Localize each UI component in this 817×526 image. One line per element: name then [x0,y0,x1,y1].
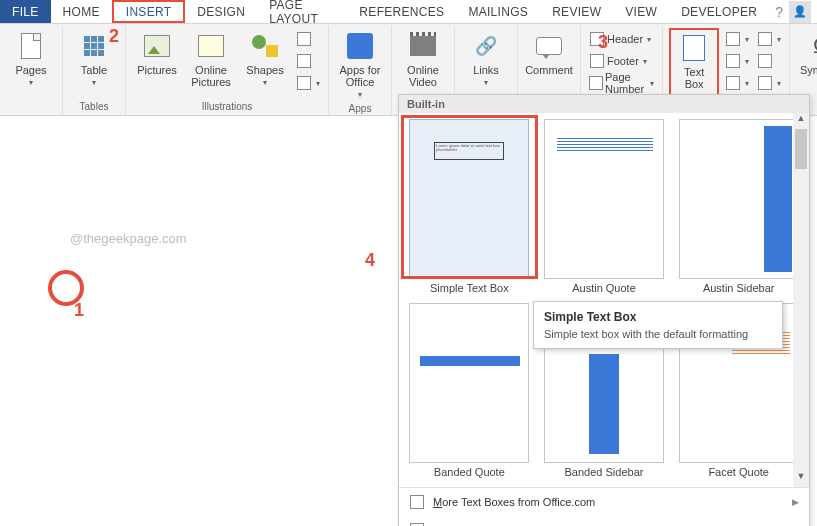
pages-button[interactable]: Pages ▾ [6,28,56,89]
footer-label: Footer [607,55,639,67]
caret-icon: ▾ [745,79,749,88]
callout-2: 2 [109,26,119,47]
chart-button[interactable] [294,50,322,72]
shapes-label: Shapes [246,64,283,76]
gallery-caption: Banded Quote [434,463,505,481]
help-icon[interactable]: ? [775,4,783,20]
caret-icon: ▾ [647,35,651,44]
tab-home[interactable]: HOME [51,0,112,23]
group-pages-label [6,110,56,114]
smartart-icon [296,31,312,47]
caret-icon: ▾ [643,57,647,66]
tab-page-layout[interactable]: PAGE LAYOUT [257,0,347,23]
comment-label: Comment [525,64,573,76]
gallery-caption: Austin Sidebar [703,279,775,297]
date-time-button[interactable] [755,50,783,72]
comment-icon [533,30,565,62]
thumb-simple-text-box: Lorem ipsum dolor sit amet text box plac… [409,119,529,279]
apps-button[interactable]: Apps for Office ▾ [335,28,385,101]
pictures-label: Pictures [137,64,177,76]
date-time-icon [757,53,773,69]
gallery-caption: Austin Quote [572,279,636,297]
symbol-icon: Ω [805,30,817,62]
caret-icon: ▾ [777,35,781,44]
caret-icon: ▾ [745,35,749,44]
caret-icon: ▾ [92,78,96,87]
screenshot-button[interactable]: ▾ [294,72,322,94]
thumb-austin-sidebar [679,119,799,279]
tooltip-title: Simple Text Box [544,310,772,324]
text-box-icon [678,32,710,64]
symbols-label: Symbols [800,64,817,76]
caret-icon: ▾ [484,78,488,87]
online-video-label: Online Video [400,64,446,88]
chart-icon [296,53,312,69]
office-icon [409,494,425,510]
thumb-austin-quote [544,119,664,279]
signature-line-button[interactable]: ▾ [755,28,783,50]
ribbon-tabs: FILE HOME INSERT DESIGN PAGE LAYOUT REFE… [0,0,817,24]
links-button[interactable]: 🔗 Links ▾ [461,28,511,89]
scroll-down-icon[interactable]: ▼ [793,471,809,487]
object-button[interactable]: ▾ [755,72,783,94]
gallery-item-simple-text-box[interactable]: Lorem ipsum dolor sit amet text box plac… [405,119,534,297]
smartart-button[interactable] [294,28,322,50]
tab-design[interactable]: DESIGN [185,0,257,23]
tab-insert[interactable]: INSERT [112,0,186,23]
more-text-boxes-button[interactable]: More Text Boxes from Office.com ▶ [399,488,809,516]
tab-references[interactable]: REFERENCES [347,0,456,23]
callout-1: 1 [74,300,84,321]
page-number-label: Page Number [605,71,646,95]
draw-text-box-button[interactable]: Draw Text Box [399,516,809,526]
online-pictures-icon [195,30,227,62]
submenu-arrow-icon: ▶ [792,497,799,507]
callout-4: 4 [365,250,375,271]
gallery-caption: Banded Sidebar [565,463,644,481]
watermark-text: @thegeekpage.com [70,231,187,246]
thumb-banded-quote [409,303,529,463]
tab-review[interactable]: REVIEW [540,0,613,23]
footer-button[interactable]: Footer▾ [587,50,656,72]
gallery-item-austin-sidebar[interactable]: Austin Sidebar [674,119,803,297]
table-label: Table [81,64,107,76]
callout-3: 3 [598,32,608,53]
tab-developer[interactable]: DEVELOPER [669,0,769,23]
group-illustrations-label: Illustrations [132,99,322,114]
scroll-thumb[interactable] [795,129,807,169]
gallery-scrollbar[interactable]: ▲ ▼ [793,113,809,487]
symbols-button[interactable]: Ω Symbols ▾ [796,28,817,89]
pictures-button[interactable]: Pictures [132,28,182,78]
shapes-button[interactable]: Shapes ▾ [240,28,290,89]
user-avatar-icon[interactable]: 👤 [789,1,811,23]
gallery-item-banded-quote[interactable]: Banded Quote [405,303,534,481]
tab-view[interactable]: VIEW [613,0,669,23]
video-icon [407,30,439,62]
online-pictures-button[interactable]: Online Pictures [186,28,236,90]
comment-button[interactable]: Comment [524,28,574,78]
scroll-up-icon[interactable]: ▲ [793,113,809,129]
pages-icon [15,30,47,62]
tab-file[interactable]: FILE [0,0,51,23]
caret-icon: ▾ [29,78,33,87]
online-video-button[interactable]: Online Video [398,28,448,90]
object-icon [757,75,773,91]
caret-icon: ▾ [745,57,749,66]
drop-cap-button[interactable]: ▾ [723,72,751,94]
signature-icon [757,31,773,47]
table-icon [78,30,110,62]
header-label: Header [607,33,643,45]
gallery-item-austin-quote[interactable]: Austin Quote [540,119,669,297]
online-pictures-label: Online Pictures [188,64,234,88]
wordart-button[interactable]: ▾ [723,50,751,72]
page-number-icon [589,75,603,91]
quick-parts-button[interactable]: ▾ [723,28,751,50]
group-apps-label: Apps [335,101,385,116]
link-icon: 🔗 [470,30,502,62]
draw-text-box-icon [409,522,425,526]
page-number-button[interactable]: Page Number▾ [587,72,656,94]
quick-parts-icon [725,31,741,47]
more-text-boxes-label: More Text Boxes from Office.com [433,496,595,508]
text-box-gallery: Built-in Lorem ipsum dolor sit amet text… [398,94,810,526]
tab-mailings[interactable]: MAILINGS [456,0,540,23]
tooltip: Simple Text Box Simple text box with the… [533,301,783,349]
